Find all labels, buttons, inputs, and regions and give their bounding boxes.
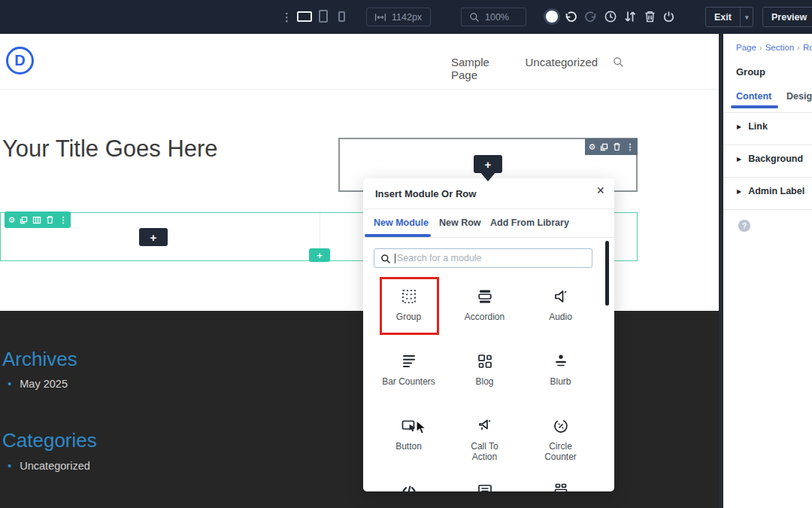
module-item-blog[interactable]: Blog bbox=[447, 342, 523, 406]
settings-panel: Page › Section › Ro Group Content Design… bbox=[723, 34, 812, 508]
section-toggle-link[interactable]: ▶ Link bbox=[737, 121, 768, 132]
redo-icon[interactable] bbox=[584, 11, 598, 23]
toggle-knob bbox=[546, 11, 558, 23]
preview-label: Preview bbox=[763, 12, 812, 23]
module-label: Button bbox=[395, 441, 422, 452]
close-icon[interactable]: × bbox=[596, 183, 604, 199]
site-logo[interactable]: D bbox=[6, 47, 34, 75]
phone-view-icon[interactable] bbox=[338, 11, 345, 22]
nav-item-uncategorized[interactable]: Uncategorized bbox=[525, 56, 598, 81]
row-more-dots-icon[interactable]: ⋮ bbox=[59, 216, 67, 224]
tab-add-from-library[interactable]: Add From Library bbox=[490, 217, 569, 228]
breadcrumb-section[interactable]: Section bbox=[765, 43, 794, 52]
divider bbox=[723, 112, 812, 113]
module-item-audio[interactable]: Audio bbox=[523, 277, 598, 342]
module-search-input[interactable] bbox=[397, 250, 585, 266]
section-label: Background bbox=[748, 154, 803, 164]
circle-counter-icon bbox=[552, 417, 570, 435]
canvas-width-field[interactable]: 1142px bbox=[366, 8, 431, 26]
archives-item-link[interactable]: May 2025 bbox=[20, 378, 68, 390]
module-label: Call To Action bbox=[458, 441, 512, 462]
divider bbox=[363, 237, 614, 238]
categories-item-link[interactable]: Uncategorized bbox=[20, 460, 90, 472]
comments-icon bbox=[476, 482, 494, 491]
module-grid: Group Accordion Audio Bar Counters Blog … bbox=[371, 277, 601, 491]
audio-icon bbox=[552, 287, 570, 306]
tab-new-module[interactable]: New Module bbox=[374, 217, 429, 228]
breadcrumb-row[interactable]: Ro bbox=[803, 43, 812, 52]
divider bbox=[363, 208, 614, 209]
module-item-bar-counters[interactable]: Bar Counters bbox=[371, 342, 447, 406]
breadcrumb-separator-icon: › bbox=[797, 43, 800, 52]
module-item-accordion[interactable]: Accordion bbox=[447, 277, 523, 342]
section-toggle-background[interactable]: ▶ Background bbox=[737, 154, 803, 164]
add-module-in-column-button[interactable]: + bbox=[139, 228, 168, 246]
power-save-icon[interactable] bbox=[662, 10, 675, 23]
tablet-view-icon[interactable] bbox=[319, 10, 328, 23]
tab-new-row[interactable]: New Row bbox=[439, 217, 481, 228]
nav-item-sample-page[interactable]: Sample Page bbox=[451, 56, 510, 81]
module-item-call-to-action[interactable]: Call To Action bbox=[447, 406, 523, 471]
help-icon[interactable]: ? bbox=[738, 220, 750, 232]
bar-counters-icon bbox=[400, 352, 418, 370]
desktop-view-icon[interactable] bbox=[297, 11, 312, 22]
module-settings-gear-icon[interactable]: ⚙ bbox=[589, 143, 596, 151]
module-trash-icon[interactable] bbox=[613, 142, 621, 151]
module-item-button[interactable]: Button bbox=[371, 406, 447, 471]
page-title: Your Title Goes Here bbox=[2, 135, 218, 163]
add-module-button[interactable]: + bbox=[474, 155, 502, 173]
trash-icon[interactable] bbox=[644, 10, 656, 23]
module-item-circle-counter[interactable]: Circle Counter bbox=[523, 406, 598, 471]
row-settings-gear-icon[interactable]: ⚙ bbox=[8, 216, 16, 224]
archives-heading: Archives bbox=[2, 348, 77, 371]
divider bbox=[723, 144, 812, 145]
text-caret bbox=[395, 254, 395, 263]
mouse-cursor bbox=[416, 420, 429, 435]
panel-heading: Group bbox=[736, 66, 765, 78]
module-label: Blurb bbox=[550, 376, 571, 387]
section-toggle-admin-label[interactable]: ▶ Admin Label bbox=[737, 186, 804, 196]
module-search-box[interactable] bbox=[374, 248, 592, 268]
exit-button[interactable]: Exit ▾ bbox=[705, 7, 753, 27]
expand-arrow-icon: ▶ bbox=[737, 188, 741, 195]
module-controls-toolbar: ⚙ ⋮ bbox=[585, 138, 638, 155]
page-settings-toggle[interactable] bbox=[544, 8, 560, 25]
tab-design[interactable]: Design bbox=[786, 91, 812, 102]
breadcrumb-separator-icon: › bbox=[759, 43, 762, 52]
module-more-dots-icon[interactable]: ⋮ bbox=[626, 143, 634, 151]
breadcrumb: Page › Section › Ro bbox=[736, 43, 812, 52]
site-search-icon[interactable] bbox=[613, 56, 624, 68]
add-module-tooltip-tail bbox=[480, 172, 496, 181]
exit-label: Exit bbox=[706, 12, 740, 23]
modal-title: Insert Module Or Row bbox=[375, 188, 476, 199]
tab-content[interactable]: Content bbox=[736, 91, 771, 102]
undo-icon[interactable] bbox=[564, 11, 577, 23]
zoom-magnifier-icon bbox=[469, 12, 480, 23]
module-item-contact-form[interactable] bbox=[523, 471, 598, 491]
button-icon bbox=[400, 417, 418, 435]
module-item-group[interactable]: Group bbox=[371, 277, 447, 342]
archives-item: • May 2025 bbox=[8, 377, 68, 390]
module-item-blurb[interactable]: Blurb bbox=[523, 342, 598, 406]
layers-sort-icon[interactable] bbox=[624, 10, 636, 23]
history-clock-icon[interactable] bbox=[604, 10, 617, 23]
expand-arrow-icon: ▶ bbox=[737, 156, 741, 163]
expand-arrow-icon: ▶ bbox=[737, 123, 741, 130]
section-label: Link bbox=[748, 121, 768, 132]
blog-icon bbox=[476, 352, 494, 370]
modal-scrollbar[interactable] bbox=[605, 241, 609, 306]
builder-menu-icon[interactable]: ⋮ bbox=[281, 11, 293, 23]
module-item-code[interactable] bbox=[371, 471, 447, 491]
breadcrumb-page[interactable]: Page bbox=[736, 43, 756, 52]
exit-caret-icon[interactable]: ▾ bbox=[740, 8, 753, 26]
module-label: Audio bbox=[549, 312, 572, 322]
add-row-button[interactable]: + bbox=[309, 248, 330, 262]
row-trash-icon[interactable] bbox=[46, 215, 54, 224]
preview-button[interactable]: Preview bbox=[762, 7, 812, 27]
module-duplicate-icon[interactable] bbox=[600, 143, 608, 151]
module-item-comments[interactable] bbox=[447, 471, 523, 491]
row-columns-icon[interactable] bbox=[32, 216, 41, 224]
row-duplicate-icon[interactable] bbox=[20, 216, 28, 224]
bullet-icon: • bbox=[8, 377, 11, 390]
zoom-field[interactable]: 100% bbox=[461, 8, 526, 26]
